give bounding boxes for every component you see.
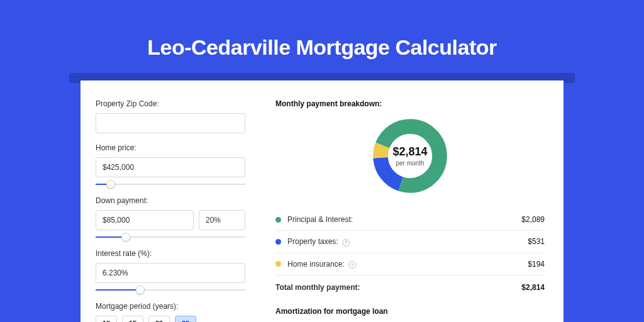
down-payment-percent-input[interactable] bbox=[199, 210, 245, 230]
page-title: Leo-Cedarville Mortgage Calculator bbox=[0, 0, 644, 75]
mortgage-period-label: Mortgage period (years): bbox=[96, 302, 257, 311]
donut-center-sub: per month bbox=[396, 160, 424, 167]
breakdown-legend: Principal & Interest:$2,089Property taxe… bbox=[275, 209, 545, 275]
legend-label: Principal & Interest: bbox=[287, 215, 521, 224]
legend-row: Property taxes:?$531 bbox=[275, 231, 545, 253]
legend-row: Principal & Interest:$2,089 bbox=[275, 209, 545, 231]
amortization-title: Amortization for mortgage loan bbox=[275, 307, 545, 316]
legend-value: $2,089 bbox=[521, 215, 545, 224]
breakdown-title: Monthly payment breakdown: bbox=[275, 99, 545, 108]
period-option-10[interactable]: 10 bbox=[96, 316, 117, 322]
mortgage-period-group: 10152030 bbox=[96, 316, 257, 322]
interest-rate-slider[interactable] bbox=[96, 286, 245, 294]
down-payment-slider[interactable] bbox=[96, 233, 245, 242]
donut-chart: $2,814 per month bbox=[275, 114, 545, 204]
zip-input[interactable] bbox=[96, 113, 245, 133]
total-value: $2,814 bbox=[521, 283, 545, 292]
interest-rate-label: Interest rate (%): bbox=[96, 249, 257, 258]
calculator-panel: Property Zip Code: Home price: Down paym… bbox=[80, 80, 564, 322]
period-option-30[interactable]: 30 bbox=[175, 316, 196, 322]
legend-swatch bbox=[275, 217, 281, 223]
legend-swatch bbox=[275, 261, 281, 267]
down-payment-label: Down payment: bbox=[96, 196, 257, 205]
info-icon[interactable]: ? bbox=[348, 261, 356, 269]
down-payment-amount-input[interactable] bbox=[96, 210, 194, 230]
zip-label: Property Zip Code: bbox=[96, 99, 257, 108]
home-price-input[interactable] bbox=[96, 157, 245, 177]
home-price-slider[interactable] bbox=[96, 180, 245, 189]
legend-label: Property taxes:? bbox=[287, 237, 528, 247]
total-label: Total monthly payment: bbox=[275, 283, 521, 292]
legend-value: $531 bbox=[528, 237, 545, 246]
legend-label: Home insurance:? bbox=[287, 260, 528, 269]
period-option-20[interactable]: 20 bbox=[148, 316, 170, 322]
info-icon[interactable]: ? bbox=[342, 239, 350, 247]
legend-value: $194 bbox=[528, 260, 545, 269]
legend-row: Home insurance:?$194 bbox=[275, 253, 545, 276]
period-option-15[interactable]: 15 bbox=[122, 316, 143, 322]
legend-swatch bbox=[275, 239, 281, 245]
donut-center-amount: $2,814 bbox=[392, 145, 427, 158]
home-price-label: Home price: bbox=[96, 143, 257, 152]
inputs-column: Property Zip Code: Home price: Down paym… bbox=[80, 80, 257, 322]
breakdown-column: Monthly payment breakdown: $2,814 per mo… bbox=[257, 80, 564, 322]
interest-rate-input[interactable] bbox=[96, 263, 245, 283]
